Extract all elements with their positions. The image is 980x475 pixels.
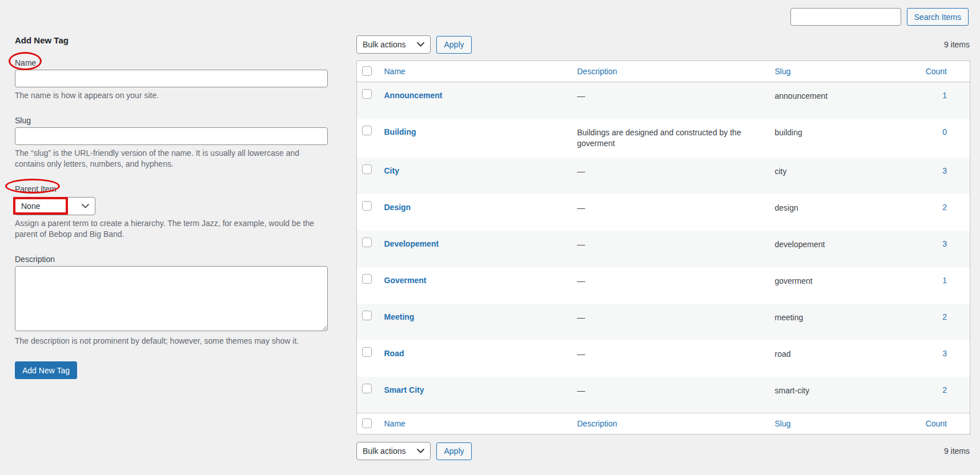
column-header-name[interactable]: Name — [379, 61, 572, 82]
column-footer-name[interactable]: Name — [379, 413, 572, 434]
column-header-slug[interactable]: Slug — [769, 61, 913, 82]
table-row: Developement — developement 3 — [357, 231, 970, 267]
tag-count-link[interactable]: 1 — [942, 276, 947, 285]
tag-slug: announcement — [769, 82, 913, 119]
tag-count-link[interactable]: 1 — [942, 91, 947, 100]
select-all-checkbox[interactable] — [362, 418, 372, 428]
chevron-down-icon — [417, 449, 424, 453]
row-checkbox[interactable] — [362, 201, 372, 211]
main-content: Add New Tag Name The name is how it appe… — [0, 0, 980, 460]
tag-slug: meeting — [769, 304, 913, 340]
tag-slug: goverment — [769, 267, 913, 304]
table-row: Announcement — announcement 1 — [357, 82, 970, 119]
table-row: Building Buildings are designed and cons… — [357, 119, 970, 158]
tags-table: Name Description Slug Count Announcement… — [356, 61, 970, 434]
items-count: 9 items — [944, 40, 970, 49]
tag-name-link[interactable]: City — [384, 166, 399, 175]
column-header-count[interactable]: Count — [913, 61, 970, 82]
tag-slug: design — [769, 194, 913, 231]
bulk-actions-select[interactable]: Bulk actions — [356, 35, 431, 54]
row-checkbox[interactable] — [362, 384, 372, 393]
tag-slug: city — [769, 158, 913, 194]
slug-field-group: Slug The “slug” is the URL-friendly vers… — [15, 116, 328, 170]
parent-help-text: Assign a parent term to create a hierarc… — [15, 218, 328, 240]
column-footer-description[interactable]: Description — [572, 413, 769, 434]
row-checkbox[interactable] — [362, 164, 372, 174]
row-checkbox[interactable] — [362, 126, 372, 135]
chevron-down-icon — [82, 204, 89, 208]
row-checkbox[interactable] — [362, 89, 372, 99]
parent-item-label: Parent Item — [15, 184, 328, 194]
row-checkbox[interactable] — [362, 274, 372, 284]
table-row: Goverment — goverment 1 — [357, 267, 970, 304]
select-all-checkbox[interactable] — [362, 66, 372, 76]
table-row: Design — design 2 — [357, 194, 970, 231]
tag-count-link[interactable]: 3 — [942, 349, 947, 358]
row-checkbox[interactable] — [362, 347, 372, 357]
tag-count-link[interactable]: 2 — [942, 203, 947, 212]
column-header-description[interactable]: Description — [572, 61, 769, 82]
slug-help-text: The “slug” is the URL-friendly version o… — [15, 148, 328, 170]
tablenav-bottom: Bulk actions Apply 9 items — [356, 442, 970, 460]
tag-description: — — [572, 377, 769, 413]
parent-item-selected-value: None — [21, 202, 40, 211]
search-bar: Search Items — [790, 8, 969, 26]
tag-name-link[interactable]: Building — [384, 127, 416, 136]
bulk-actions-selected-value: Bulk actions — [363, 446, 405, 456]
parent-field-group: Parent Item None Assign a parent term to… — [15, 184, 328, 240]
tag-description: — — [572, 231, 769, 267]
tag-count-link[interactable]: 2 — [942, 312, 947, 321]
tag-name-link[interactable]: Road — [384, 349, 404, 358]
row-checkbox[interactable] — [362, 311, 372, 320]
slug-label: Slug — [15, 116, 328, 125]
form-title: Add New Tag — [15, 35, 328, 46]
row-checkbox[interactable] — [362, 238, 372, 247]
name-label: Name — [15, 58, 328, 67]
tag-description: — — [572, 304, 769, 340]
tag-count-link[interactable]: 2 — [942, 385, 947, 395]
tag-count-link[interactable]: 3 — [942, 239, 947, 248]
description-help-text: The description is not prominent by defa… — [15, 336, 328, 347]
column-footer-slug[interactable]: Slug — [769, 413, 913, 434]
tag-name-link[interactable]: Goverment — [384, 276, 427, 285]
tag-description: — — [572, 158, 769, 194]
tag-description: Buildings are designed and constructed b… — [572, 119, 769, 158]
table-row: Meeting — meeting 2 — [357, 304, 970, 340]
tag-name-link[interactable]: Meeting — [384, 312, 415, 321]
name-input[interactable] — [15, 70, 328, 87]
tag-name-link[interactable]: Smart City — [384, 385, 424, 395]
items-count: 9 items — [944, 446, 970, 456]
tag-name-link[interactable]: Design — [384, 203, 411, 212]
search-items-button[interactable]: Search Items — [907, 8, 969, 26]
column-footer-count[interactable]: Count — [913, 413, 970, 434]
apply-button[interactable]: Apply — [436, 36, 471, 54]
chevron-down-icon — [417, 42, 424, 47]
description-textarea[interactable] — [15, 266, 328, 331]
tag-name-link[interactable]: Developement — [384, 239, 439, 248]
name-field-group: Name The name is how it appears on your … — [15, 58, 328, 101]
table-row: City — city 3 — [357, 158, 970, 194]
tag-name-link[interactable]: Announcement — [384, 91, 443, 100]
table-header-row: Name Description Slug Count — [357, 61, 970, 82]
table-footer-row: Name Description Slug Count — [357, 413, 970, 434]
tag-description: — — [572, 82, 769, 119]
tag-slug: developement — [769, 231, 913, 267]
tags-list-panel: Bulk actions Apply 9 items Name Descript… — [356, 35, 970, 460]
tag-count-link[interactable]: 3 — [942, 166, 947, 175]
tag-slug: building — [769, 119, 913, 158]
tag-description: — — [572, 194, 769, 231]
description-field-group: Description The description is not promi… — [15, 255, 328, 347]
table-row: Smart City — smart-city 2 — [357, 377, 970, 413]
search-input[interactable] — [790, 8, 901, 26]
bulk-actions-select[interactable]: Bulk actions — [356, 442, 431, 460]
apply-button[interactable]: Apply — [436, 442, 471, 460]
bulk-actions-selected-value: Bulk actions — [363, 40, 405, 49]
add-tag-form: Add New Tag Name The name is how it appe… — [15, 35, 328, 379]
slug-input[interactable] — [15, 127, 328, 145]
tag-count-link[interactable]: 0 — [942, 127, 947, 136]
add-new-tag-button[interactable]: Add New Tag — [15, 361, 77, 379]
parent-item-select[interactable]: None — [15, 197, 95, 215]
table-row: Road — road 3 — [357, 340, 970, 377]
description-label: Description — [15, 255, 328, 264]
tag-description: — — [572, 340, 769, 377]
